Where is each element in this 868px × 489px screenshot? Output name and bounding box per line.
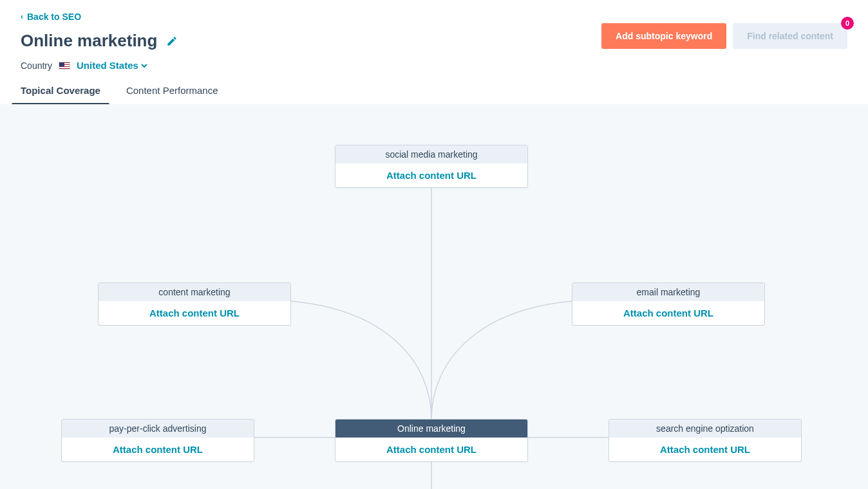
header: ‹ Back to SEO Online marketing Country U…	[0, 0, 868, 106]
tab-content-performance[interactable]: Content Performance	[126, 85, 218, 105]
tab-label: Topical Coverage	[21, 85, 100, 96]
subtopic-node-content-marketing[interactable]: content marketing Attach content URL	[98, 282, 291, 326]
find-related-label: Find related content	[747, 31, 833, 41]
pillar-node-title: Online marketing	[335, 420, 527, 438]
back-link-label: Back to SEO	[27, 12, 81, 22]
add-subtopic-label: Add subtopic keyword	[616, 31, 712, 41]
attach-url-link[interactable]: Attach content URL	[572, 301, 764, 325]
country-row: Country United States	[21, 60, 847, 71]
find-related-badge: 0	[841, 17, 854, 30]
chevron-left-icon: ‹	[21, 12, 23, 21]
attach-url-link[interactable]: Attach content URL	[335, 438, 527, 461]
topic-canvas[interactable]: Online marketing Attach content URL soci…	[0, 104, 868, 489]
subtopic-node-seo[interactable]: search engine optization Attach content …	[609, 419, 802, 462]
subtopic-node-social-media[interactable]: social media marketing Attach content UR…	[335, 145, 528, 188]
subtopic-title: social media marketing	[335, 145, 527, 163]
subtopic-title: email marketing	[572, 283, 764, 301]
pillar-node[interactable]: Online marketing Attach content URL	[335, 419, 528, 462]
tab-topical-coverage[interactable]: Topical Coverage	[21, 85, 100, 105]
flag-icon	[59, 62, 70, 69]
subtopic-title: content marketing	[99, 283, 290, 301]
find-related-button[interactable]: Find related content 0	[733, 23, 847, 49]
subtopic-title: pay-per-click advertising	[62, 420, 254, 438]
back-link[interactable]: ‹ Back to SEO	[21, 12, 81, 22]
country-select[interactable]: United States	[77, 60, 147, 71]
attach-url-link[interactable]: Attach content URL	[99, 301, 290, 325]
tab-label: Content Performance	[126, 85, 218, 96]
attach-url-link[interactable]: Attach content URL	[609, 438, 801, 461]
subtopic-node-email-marketing[interactable]: email marketing Attach content URL	[572, 282, 765, 326]
edit-icon[interactable]	[166, 35, 178, 47]
subtopic-title: search engine optization	[609, 420, 801, 438]
country-select-value: United States	[77, 60, 138, 71]
page-title: Online marketing	[21, 31, 157, 51]
chevron-down-icon	[141, 62, 147, 69]
action-buttons: Add subtopic keyword Find related conten…	[601, 23, 847, 49]
attach-url-link[interactable]: Attach content URL	[335, 163, 527, 187]
tabs: Topical Coverage Content Performance	[21, 85, 847, 106]
subtopic-node-ppc[interactable]: pay-per-click advertising Attach content…	[61, 419, 254, 462]
attach-url-link[interactable]: Attach content URL	[62, 438, 254, 461]
country-label: Country	[21, 60, 52, 71]
add-subtopic-button[interactable]: Add subtopic keyword	[601, 23, 726, 49]
